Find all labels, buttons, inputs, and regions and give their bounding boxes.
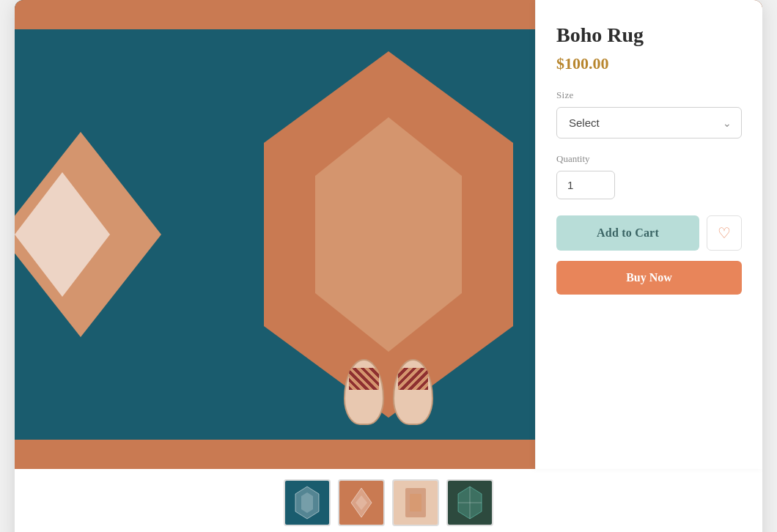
rug-center-inner xyxy=(315,117,462,352)
quantity-label: Quantity xyxy=(556,153,742,165)
quantity-input[interactable] xyxy=(556,171,615,199)
size-select-wrapper: Select Small (3'x5') Medium (5'x7') Larg… xyxy=(556,107,742,138)
rug-left-diamond-inner xyxy=(15,172,110,297)
thumbnail-1[interactable] xyxy=(284,479,331,526)
product-top: Boho Rug $100.00 Size Select Small (3'x5… xyxy=(15,0,762,469)
wishlist-button[interactable]: ♡ xyxy=(707,215,742,251)
thumbnail-2[interactable] xyxy=(338,479,385,526)
product-card: Boho Rug $100.00 Size Select Small (3'x5… xyxy=(15,0,762,532)
heart-icon: ♡ xyxy=(718,224,731,242)
rug-left-diamond xyxy=(15,132,161,337)
product-info-panel: Boho Rug $100.00 Size Select Small (3'x5… xyxy=(535,0,762,469)
svg-marker-1 xyxy=(301,492,313,513)
buttons-row: Add to Cart ♡ xyxy=(556,215,742,251)
buy-now-button[interactable]: Buy Now xyxy=(556,261,742,295)
size-select[interactable]: Select Small (3'x5') Medium (5'x7') Larg… xyxy=(556,107,742,138)
thumbnail-4[interactable] xyxy=(446,479,493,526)
add-to-cart-button[interactable]: Add to Cart xyxy=(556,215,699,251)
slipper-left xyxy=(344,359,384,425)
rug-feet xyxy=(344,359,433,425)
thumbnails-row xyxy=(15,469,762,531)
product-title: Boho Rug xyxy=(556,23,742,47)
svg-rect-5 xyxy=(410,494,421,511)
product-price: $100.00 xyxy=(556,54,742,73)
thumbnail-3[interactable] xyxy=(392,479,439,526)
size-label: Size xyxy=(556,89,742,101)
slipper-right xyxy=(393,359,433,425)
